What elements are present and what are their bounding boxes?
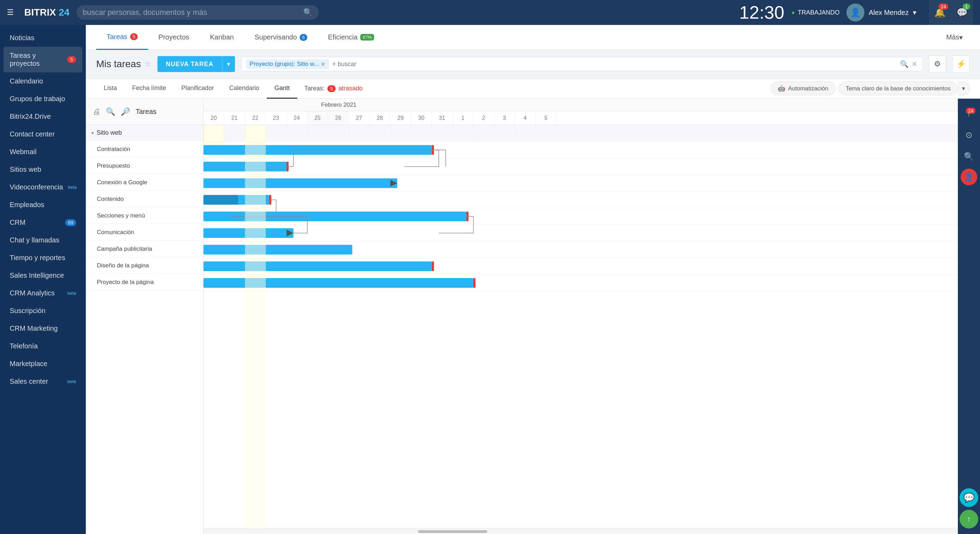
- messages-btn[interactable]: 💬 1: [951, 0, 973, 25]
- tab-eficiencia[interactable]: Eficiencia 67%: [318, 25, 385, 50]
- tab-more[interactable]: Más ▾: [939, 33, 970, 41]
- gantt-task-contenido[interactable]: Contenido: [86, 191, 203, 207]
- gantt-bar-contenido[interactable]: [204, 195, 269, 205]
- gantt-task-contratacion[interactable]: Contratación: [86, 141, 203, 158]
- gantt-group-sitio-web[interactable]: ▾ Sitio web: [86, 125, 203, 141]
- gantt-row-secciones: [204, 208, 958, 225]
- sidebar-item-sales-intel[interactable]: Sales Intelligence: [0, 267, 86, 284]
- sidebar-item-marketplace[interactable]: Marketplace: [0, 355, 86, 373]
- gantt-overdue-proyecto-pagina: [473, 278, 476, 288]
- new-task-button[interactable]: NUEVA TAREA: [158, 56, 222, 72]
- gantt-task-campana[interactable]: Campaña publicitaria: [86, 241, 203, 257]
- view-tab-lista[interactable]: Lista: [96, 79, 124, 99]
- tasks-status-label: atrasado: [339, 85, 363, 92]
- knowledge-button[interactable]: Tema claro de la base de conocimientos: [838, 82, 958, 95]
- sidebar-item-empleados[interactable]: Empleados: [0, 196, 86, 214]
- gantt-scrollbar-thumb[interactable]: [418, 530, 487, 533]
- gantt-cell: [328, 125, 349, 141]
- gantt-zoom-out-icon[interactable]: 🔎: [121, 107, 130, 116]
- gantt-bar-proyecto-pagina[interactable]: [204, 278, 473, 288]
- gantt-bar-campana[interactable]: [204, 245, 352, 255]
- chat-button[interactable]: 💬: [959, 488, 978, 507]
- filter-tag-close[interactable]: ✕: [321, 61, 325, 67]
- hamburger-icon[interactable]: ☰: [7, 8, 14, 17]
- tab-proyectos[interactable]: Proyectos: [148, 25, 200, 50]
- gantt-zoom-in-icon[interactable]: 🔍: [106, 107, 115, 116]
- new-task-dropdown-button[interactable]: ▾: [222, 56, 235, 72]
- user-info[interactable]: 👤 Alex Mendez ▾: [846, 3, 916, 21]
- tab-tareas[interactable]: Tareas 5: [96, 25, 148, 50]
- filter-clear-icon[interactable]: ✕: [912, 60, 917, 68]
- tasks-count-badge: 5: [327, 85, 336, 92]
- sidebar-item-contact[interactable]: Contact center: [0, 125, 86, 143]
- sidebar-item-grupos[interactable]: Grupos de trabajo: [0, 90, 86, 108]
- tab-kanban[interactable]: Kanban: [200, 25, 244, 50]
- gantt-cell: [224, 125, 245, 141]
- sidebar-item-suscripcion[interactable]: Suscripción: [0, 302, 86, 320]
- gantt-task-presupuesto[interactable]: Presupuesto: [86, 158, 203, 174]
- gantt-task-comunicacion[interactable]: Comunicación: [86, 224, 203, 241]
- main-layout: Noticias Tareas y proyectos 5 Calendario…: [0, 25, 980, 534]
- sidebar-tareas-badge: 5: [67, 56, 76, 63]
- gantt-overdue-diseno: [432, 261, 434, 271]
- gantt-day-28: 28: [369, 111, 390, 125]
- sidebar-item-sitios[interactable]: Sitios web: [0, 161, 86, 179]
- gantt-bar-comunicacion[interactable]: [204, 228, 293, 238]
- settings-button[interactable]: ⚙: [929, 56, 946, 73]
- gantt-day-31: 31: [432, 111, 453, 125]
- gantt-bar-diseno[interactable]: [204, 261, 432, 271]
- crm-badge: 69: [65, 219, 76, 226]
- sidebar-item-sales-center[interactable]: Sales center beta: [0, 373, 86, 390]
- sidebar-item-calendario[interactable]: Calendario: [0, 72, 86, 90]
- gantt-day-20: 20: [204, 111, 224, 125]
- star-icon[interactable]: ☆: [144, 59, 151, 69]
- gantt-print-icon[interactable]: 🖨: [93, 107, 100, 116]
- topbar: ☰ BITRIX 24 🔍 12:30 ● TRABAJANDO 👤 Alex …: [0, 0, 980, 25]
- activity-button[interactable]: ⊙: [959, 126, 978, 144]
- gantt-right-chart: Febrero 2021 20 21 22 23 24 25 26 27: [204, 99, 958, 534]
- gantt-scrollbar[interactable]: [204, 528, 958, 534]
- sidebar-item-tiempo[interactable]: Tiempo y reportes: [0, 249, 86, 267]
- search-input[interactable]: [83, 8, 300, 17]
- gantt-task-diseno[interactable]: Diseño de la página: [86, 257, 203, 274]
- gantt-task-secciones[interactable]: Secciones y menú: [86, 207, 203, 224]
- tab-supervisando[interactable]: Supervisando 6: [244, 25, 318, 50]
- search-side-button[interactable]: 🔍: [959, 147, 978, 166]
- gantt-task-proyecto-pagina[interactable]: Proyecto de la página: [86, 274, 203, 290]
- sidebar-item-telefonia[interactable]: Telefonía: [0, 337, 86, 355]
- action-bar: Mis tareas ☆ NUEVA TAREA ▾ Proyecto (gru…: [86, 50, 980, 79]
- automation-button[interactable]: 🤖 Automatización: [771, 82, 835, 95]
- sidebar-item-noticias[interactable]: Noticias: [0, 29, 86, 47]
- search-icon[interactable]: 🔍: [303, 8, 312, 17]
- sidebar-item-crm-marketing[interactable]: CRM Marketing: [0, 320, 86, 337]
- gantt-left-rows: ▾ Sitio web Contratación Presupuesto Con…: [86, 125, 203, 534]
- gantt-bar-presupuesto[interactable]: [204, 162, 286, 171]
- sidebar-item-crm-analytics[interactable]: CRM Analytics beta: [0, 284, 86, 302]
- sidebar-item-webmail[interactable]: Webmail: [0, 143, 86, 161]
- help-button[interactable]: ? 24: [959, 104, 978, 123]
- knowledge-dropdown-button[interactable]: ▾: [958, 82, 970, 95]
- sidebar-item-video[interactable]: Videoconferencia beta: [0, 179, 86, 196]
- app-logo: BITRIX 24: [24, 7, 70, 18]
- gantt-bar-secciones[interactable]: [204, 212, 466, 221]
- user-side-button[interactable]: 👤: [961, 169, 977, 185]
- gantt-cell: [515, 125, 536, 141]
- green-button[interactable]: ↑: [959, 510, 978, 528]
- sidebar-item-drive[interactable]: Bitrix24.Drive: [0, 108, 86, 125]
- gantt-bar-contratacion[interactable]: [204, 145, 432, 155]
- sidebar-item-chat[interactable]: Chat y llamadas: [0, 231, 86, 249]
- view-tab-calendario[interactable]: Calendario: [221, 79, 267, 99]
- view-tab-planificador[interactable]: Planificador: [174, 79, 221, 99]
- sidebar-item-crm[interactable]: CRM 69: [0, 214, 86, 231]
- filter-search-input[interactable]: [332, 61, 897, 68]
- gantt-bar-conexion[interactable]: [204, 179, 397, 188]
- gantt-cell: [411, 125, 432, 141]
- filter-search-icon[interactable]: 🔍: [900, 60, 909, 68]
- lightning-button[interactable]: ⚡: [952, 56, 970, 73]
- view-tab-gantt[interactable]: Gantt: [267, 79, 297, 99]
- gantt-overdue-contratacion: [432, 145, 434, 155]
- gantt-task-conexion[interactable]: Conexión a Google: [86, 174, 203, 191]
- view-tab-fecha[interactable]: Fecha límite: [124, 79, 174, 99]
- notifications-btn[interactable]: 🔔 24: [929, 0, 951, 25]
- sidebar-item-tareas[interactable]: Tareas y proyectos 5: [3, 47, 82, 72]
